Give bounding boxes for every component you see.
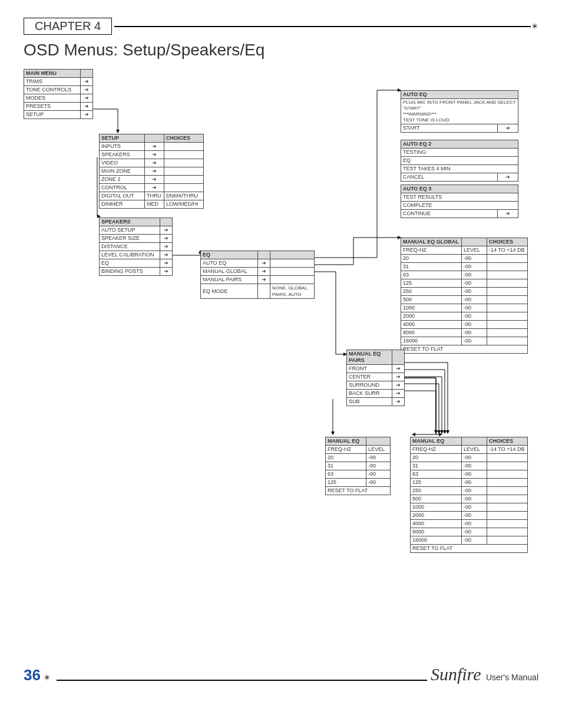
auto-eq2-table: AUTO EQ 2 TESTING: EQ TEST TAKES 4 MIN C… <box>401 140 518 182</box>
page-title: OSD Menus: Setup/Speakers/Eq <box>24 41 538 60</box>
page-footer: 36 ✶ Sunfire User's Manual <box>24 664 538 684</box>
diagram-canvas: MAIN MENU TRIMS➜ TONE CONTROLS➜ MODES➜ P… <box>24 69 542 647</box>
corner-star-icon: ✶ <box>531 21 538 32</box>
speakers-table: SPEAKERS AUTO SETUP➜ SPEAKER SIZE➜ DISTA… <box>99 218 173 276</box>
footer-star-icon: ✶ <box>43 672 51 683</box>
setup-table: SETUPCHOICES INPUTS➜ SPEAKERS➜ VIDEO➜ MA… <box>99 134 204 209</box>
auto-eq-table: AUTO EQ PLUG MIC INTO FRONT PANEL JACK A… <box>401 90 518 133</box>
main-menu-table: MAIN MENU TRIMS➜ TONE CONTROLS➜ MODES➜ P… <box>24 69 93 119</box>
chapter-bar: CHAPTER 4 ✶ <box>24 18 538 35</box>
manual-eq-pairs-table: MANUAL EQ PAIRS FRONT➜ CENTER➜ SURROUND➜… <box>346 350 405 406</box>
manual-label: User's Manual <box>486 673 538 682</box>
auto-eq3-table: AUTO EQ 3 TEST RESULTS COMPLETE CONTINUE… <box>401 185 518 218</box>
chapter-label: CHAPTER 4 <box>24 18 112 35</box>
brand-logo: Sunfire <box>431 664 481 684</box>
manual-eq-global-table: MANUAL EQ GLOBALCHOICES FREQ-HZLEVEL-14 … <box>401 238 528 354</box>
page-number: 36 <box>24 666 41 684</box>
manual-eq-full-table: MANUAL EQCHOICES FREQ-HZLEVEL-14 TO +14 … <box>410 437 528 553</box>
eq-table: EQ AUTO EQ➜ MANUAL GLOBAL➜ MANUAL PAIRS➜… <box>200 251 315 299</box>
manual-eq-small-table: MANUAL EQ FREQ-HZLEVEL 20-00 31-00 63-00… <box>325 437 391 495</box>
